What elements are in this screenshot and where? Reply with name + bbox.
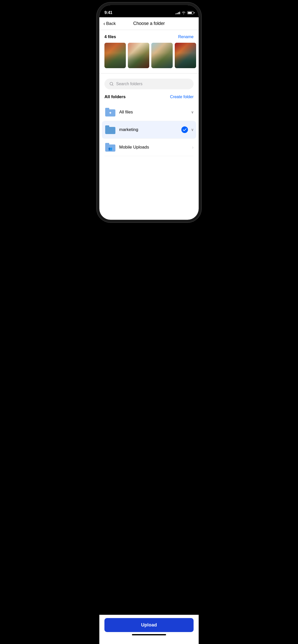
regular-folder-icon [105,125,115,134]
dropbox-folder-icon: ✦ [105,108,115,116]
search-section: Search folders [99,74,199,89]
thumbnail-4[interactable] [175,43,196,68]
files-section: 4 files Rename [99,30,199,74]
people-symbol: 👥 [108,147,112,151]
folder-icon-wrap: 👥 [104,142,116,152]
folder-icon-wrap [104,125,116,135]
search-icon [110,82,114,86]
selected-check-icon [181,126,188,133]
files-count: 4 files [104,35,116,39]
folder-name-all-files: All files [119,110,191,115]
folder-name-mobile-uploads: Mobile Uploads [119,145,192,150]
folder-item-all-files[interactable]: ✦ All files ∨ [104,104,194,121]
search-input[interactable]: Search folders [116,82,142,86]
page-title: Choose a folder [133,21,165,26]
chevron-down-icon: ∨ [191,110,194,114]
back-button[interactable]: ‹ Back [103,21,116,26]
files-header: 4 files Rename [104,35,194,39]
folder-item-marketing[interactable]: marketing ∨ [102,121,196,139]
all-folders-label: All folders [104,94,126,99]
status-bar: 9:41 [99,5,199,17]
folder-actions-marketing: ∨ [181,126,194,133]
nav-bar: ‹ Back Choose a folder [99,17,199,30]
thumbnails-row [104,43,194,68]
thumbnail-1[interactable] [104,43,126,68]
folder-list: ✦ All files ∨ ma [104,104,194,156]
create-folder-button[interactable]: Create folder [170,95,194,99]
folders-header: All folders Create folder [104,94,194,99]
battery-icon [187,11,194,14]
content-area: 4 files Rename Search folders [99,30,199,187]
folder-actions-mobile: › [192,145,194,150]
chevron-right-icon: › [192,145,194,150]
status-icons [175,11,194,14]
wifi-icon [182,11,186,14]
thumbnail-3[interactable] [151,43,173,68]
signal-icon [175,11,180,14]
folder-icon-wrap: ✦ [104,107,116,117]
phone-frame: 9:41 ‹ Back Choose [99,5,199,220]
search-bar[interactable]: Search folders [104,79,194,89]
shared-folder-icon: 👥 [105,143,115,152]
rename-button[interactable]: Rename [178,35,194,39]
back-chevron-icon: ‹ [103,21,105,26]
thumbnail-2[interactable] [128,43,149,68]
chevron-down-icon: ∨ [191,128,194,132]
folder-name-marketing: marketing [119,127,181,132]
folder-item-mobile-uploads[interactable]: 👥 Mobile Uploads › [104,139,194,156]
folder-actions: ∨ [191,110,194,114]
dropbox-symbol: ✦ [109,111,112,115]
back-label: Back [106,21,116,26]
status-time: 9:41 [104,10,112,15]
folders-section: All folders Create folder ✦ All files [99,89,199,156]
